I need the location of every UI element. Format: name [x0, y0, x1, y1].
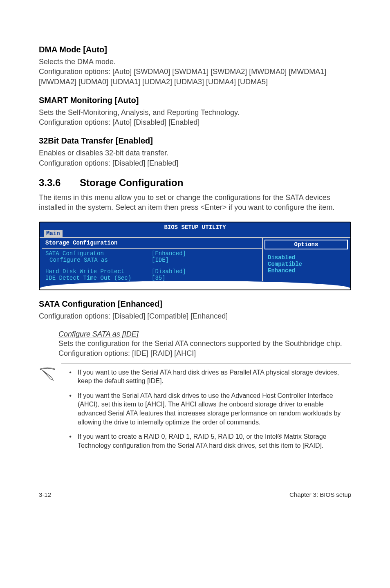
bios-options-title: Options	[265, 240, 347, 249]
sata-config-body: Configuration options: [Disabled] [Compa…	[39, 311, 351, 321]
bios-val: [Disabled]	[152, 268, 186, 275]
bios-val: [35]	[152, 275, 166, 281]
bios-options-list: Disabled Compatible Enhanced	[264, 253, 348, 278]
section-intro: The items in this menu allow you to set …	[39, 193, 351, 213]
32bit-heading: 32Bit Data Transfer [Enabled]	[39, 136, 351, 146]
dma-mode-heading: DMA Mode [Auto]	[39, 45, 351, 54]
dma-line1: Selects the DMA mode.	[39, 58, 116, 66]
pencil-note-icon	[39, 364, 61, 455]
bios-option: Enhanced	[268, 267, 345, 274]
page-footer: 3-12 Chapter 3: BIOS setup	[39, 491, 351, 498]
bios-row: Configure SATA as [IDE]	[42, 257, 262, 263]
bios-key: Configure SATA as	[45, 257, 152, 263]
bios-val: [Enhanced]	[152, 250, 186, 257]
smart-text: Sets the Self-Monitoring, Analysis, and …	[39, 108, 351, 128]
bios-title: BIOS SETUP UTILITY	[40, 222, 350, 231]
bios-row: IDE Detect Time Out (Sec) [35]	[42, 275, 262, 281]
32bit-text: Enables or disables 32-bit data transfer…	[39, 148, 351, 168]
configure-sata-block: Configure SATA as [IDE] Sets the configu…	[58, 330, 351, 359]
section-title: Storage Configuration	[80, 177, 183, 188]
footer-chapter: Chapter 3: BIOS setup	[289, 491, 351, 498]
note-text: If you want to use the Serial ATA hard d…	[78, 368, 350, 386]
bios-val: [IDE]	[152, 257, 169, 263]
section-heading: 3.3.6Storage Configuration	[39, 177, 351, 189]
bios-key: SATA Configuraton	[45, 250, 152, 257]
dma-line2: Configuration options: [Auto] [SWDMA0] […	[39, 67, 326, 85]
note-item: • If you want to use the Serial ATA hard…	[63, 368, 350, 386]
bullet-icon: •	[63, 432, 78, 450]
bios-key: IDE Detect Time Out (Sec)	[45, 275, 152, 281]
bios-row: Hard Disk Write Protect [Disabled]	[42, 268, 262, 275]
section-number: 3.3.6	[39, 177, 80, 189]
note-text: If you want to create a RAID 0, RAID 1, …	[78, 432, 350, 450]
note-item: • If you want to create a RAID 0, RAID 1…	[63, 432, 350, 450]
bios-option: Compatible	[268, 261, 345, 267]
bios-row: SATA Configuraton [Enhanced]	[42, 250, 262, 257]
bullet-icon: •	[63, 368, 78, 386]
bios-option: Disabled	[268, 254, 345, 261]
bullet-icon: •	[63, 391, 78, 426]
bios-options-box: Options	[264, 240, 348, 249]
bit32-line1: Enables or disables 32-bit data transfer…	[39, 149, 168, 157]
smart-line1: Sets the Self-Monitoring, Analysis, and …	[39, 108, 240, 117]
bios-left-heading: Storage Configuration	[42, 238, 262, 249]
note-block: • If you want to use the Serial ATA hard…	[39, 364, 351, 455]
configure-sata-heading: Configure SATA as [IDE]	[58, 330, 351, 339]
configure-sata-body: Sets the configuration for the Serial AT…	[58, 339, 351, 359]
dma-mode-text: Selects the DMA mode. Configuration opti…	[39, 57, 351, 87]
footer-page-number: 3-12	[39, 491, 51, 498]
note-item: • If you want the Serial ATA hard disk d…	[63, 391, 350, 426]
note-text: If you want the Serial ATA hard disk dri…	[78, 391, 350, 426]
bit32-line2: Configuration options: [Disabled] [Enabl…	[39, 159, 178, 167]
smart-heading: SMART Monitoring [Auto]	[39, 96, 351, 105]
sata-config-heading: SATA Configuration [Enhanced]	[39, 299, 351, 309]
bios-key: Hard Disk Write Protect	[45, 268, 152, 275]
bios-tab-main: Main	[44, 230, 63, 237]
smart-line2: Configuration options: [Auto] [Disabled]…	[39, 118, 199, 126]
svg-line-0	[43, 370, 51, 377]
bios-screenshot: BIOS SETUP UTILITY Main Storage Configur…	[39, 222, 351, 290]
